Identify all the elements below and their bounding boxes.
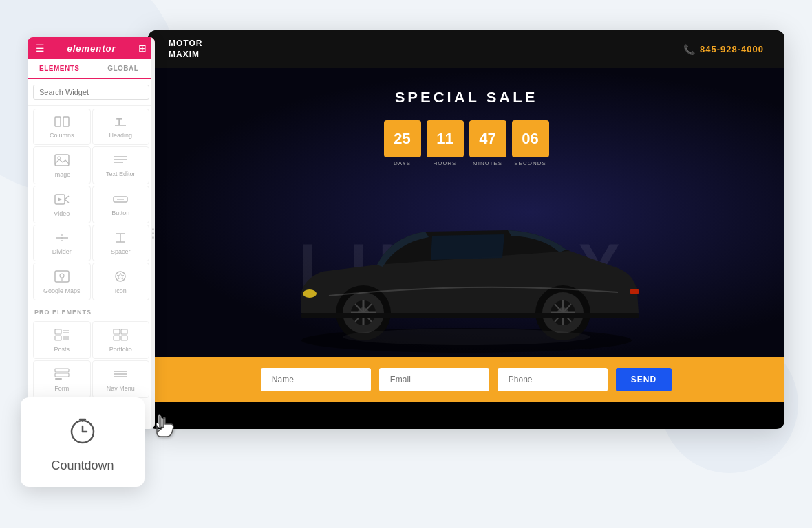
tab-global[interactable]: GLOBAL [92, 59, 156, 78]
site-phone: 📞 845-928-4000 [683, 44, 764, 55]
svg-rect-33 [55, 368, 69, 372]
countdown-days: 25 DAYS [384, 120, 421, 166]
countdown-seconds-value: 06 [512, 120, 549, 157]
svg-rect-35 [55, 378, 62, 380]
widget-spacer[interactable]: Spacer [92, 225, 150, 261]
form-section: SEND [148, 357, 784, 402]
svg-rect-30 [121, 329, 127, 334]
countdown-hours: 11 HOURS [427, 120, 464, 166]
widget-columns[interactable]: Columns [33, 109, 91, 145]
special-sale-title: SPECIAL SALE [175, 89, 757, 107]
site-logo: MOTOR MAXIM [169, 38, 202, 60]
widget-heading-label: Heading [109, 132, 132, 139]
countdown-days-label: DAYS [394, 160, 411, 166]
phone-icon: 📞 [683, 44, 696, 55]
widget-icon-label: Icon [115, 287, 127, 294]
countdown-seconds-label: SECONDS [514, 160, 546, 166]
panel-logo: elementor [67, 43, 116, 54]
countdown-hours-value: 11 [427, 120, 464, 157]
svg-point-56 [303, 289, 317, 298]
svg-rect-1 [63, 117, 69, 126]
widget-google-maps-label: Google Maps [43, 287, 81, 294]
portfolio-icon [113, 329, 128, 343]
name-input[interactable] [261, 368, 371, 391]
svg-rect-29 [114, 329, 120, 334]
countdown-minutes: 47 MINUTES [469, 120, 506, 166]
tab-elements[interactable]: ELEMENTS [28, 59, 92, 79]
spacer-icon [113, 232, 128, 245]
widget-form-label: Form [54, 385, 69, 392]
posts-icon [54, 329, 70, 343]
widget-text-editor-label: Text Editor [106, 170, 136, 177]
google-maps-icon [54, 270, 70, 285]
widget-posts-label: Posts [54, 346, 70, 353]
send-button[interactable]: SEND [616, 368, 672, 391]
icon-widget-icon [113, 270, 128, 285]
svg-rect-4 [55, 155, 69, 166]
svg-rect-32 [121, 336, 127, 340]
image-icon [54, 154, 70, 168]
pro-elements-label: PRO ELEMENTS [28, 303, 155, 318]
widget-divider[interactable]: Divider [33, 225, 91, 261]
heading-icon: T [113, 116, 128, 129]
svg-point-19 [60, 274, 64, 278]
car-image [260, 175, 673, 357]
nav-menu-icon [113, 368, 128, 382]
widget-form[interactable]: Form [33, 360, 91, 398]
svg-rect-57 [630, 289, 639, 294]
widget-spacer-label: Spacer [111, 248, 131, 255]
widget-button[interactable]: Button [92, 186, 150, 223]
countdown-minutes-value: 47 [469, 120, 506, 157]
button-icon [113, 194, 128, 207]
svg-rect-26 [55, 336, 61, 340]
widget-button-label: Button [111, 210, 129, 217]
countdown-row: 25 DAYS 11 HOURS 47 MINUTES 06 SECONDS [175, 120, 757, 166]
widget-image[interactable]: Image [33, 146, 91, 184]
widget-portfolio[interactable]: Portfolio [92, 321, 150, 359]
site-header: MOTOR MAXIM 📞 845-928-4000 [148, 30, 784, 68]
widget-nav-menu-label: Nav Menu [107, 385, 135, 392]
svg-rect-34 [55, 373, 69, 377]
drag-cursor [151, 410, 179, 446]
countdown-tooltip-card: Countdown [21, 397, 145, 487]
panel-resize-handle[interactable] [151, 37, 155, 429]
columns-icon [54, 116, 70, 129]
svg-marker-10 [58, 197, 62, 201]
email-input[interactable] [379, 368, 489, 391]
elements-widgets-grid: Columns T Heading Image Text Editor [28, 106, 155, 303]
divider-icon [54, 232, 70, 245]
widget-google-maps[interactable]: Google Maps [33, 263, 91, 300]
widget-video[interactable]: Video [33, 186, 91, 223]
widget-image-label: Image [53, 171, 70, 178]
svg-rect-23 [55, 329, 61, 334]
panel-tabs: ELEMENTS GLOBAL [28, 59, 155, 79]
countdown-hours-label: HOURS [434, 160, 457, 166]
svg-rect-0 [55, 117, 61, 126]
hero-content: SPECIAL SALE 25 DAYS 11 HOURS 47 MINUTES [175, 89, 757, 166]
countdown-seconds: 06 SECONDS [512, 120, 549, 166]
widget-text-editor[interactable]: Text Editor [92, 146, 150, 184]
hero-section: SPECIAL SALE 25 DAYS 11 HOURS 47 MINUTES [148, 68, 784, 357]
svg-rect-58 [301, 313, 639, 318]
text-editor-icon [113, 155, 128, 168]
widget-columns-label: Columns [50, 132, 74, 139]
countdown-minutes-label: MINUTES [473, 160, 502, 166]
widget-icon[interactable]: Icon [92, 263, 150, 300]
countdown-tooltip-icon [41, 414, 124, 453]
hamburger-icon[interactable]: ☰ [36, 43, 45, 54]
panel-header: ☰ elementor ⊞ [28, 37, 155, 59]
phone-input[interactable] [498, 368, 608, 391]
widget-nav-menu[interactable]: Nav Menu [92, 360, 150, 398]
video-icon [54, 193, 70, 208]
svg-marker-22 [117, 273, 124, 279]
countdown-tooltip-label: Countdown [41, 459, 124, 473]
svg-rect-31 [114, 336, 120, 340]
website-preview: MOTOR MAXIM 📞 845-928-4000 SPECIAL SALE … [148, 30, 784, 429]
widget-posts[interactable]: Posts [33, 321, 91, 359]
widget-divider-label: Divider [52, 248, 72, 255]
panel-search-area [28, 79, 155, 106]
elementor-panel: ☰ elementor ⊞ ELEMENTS GLOBAL Columns T [28, 37, 155, 429]
search-widget-input[interactable] [33, 85, 149, 100]
widget-heading[interactable]: T Heading [92, 109, 150, 145]
grid-icon[interactable]: ⊞ [138, 43, 147, 54]
